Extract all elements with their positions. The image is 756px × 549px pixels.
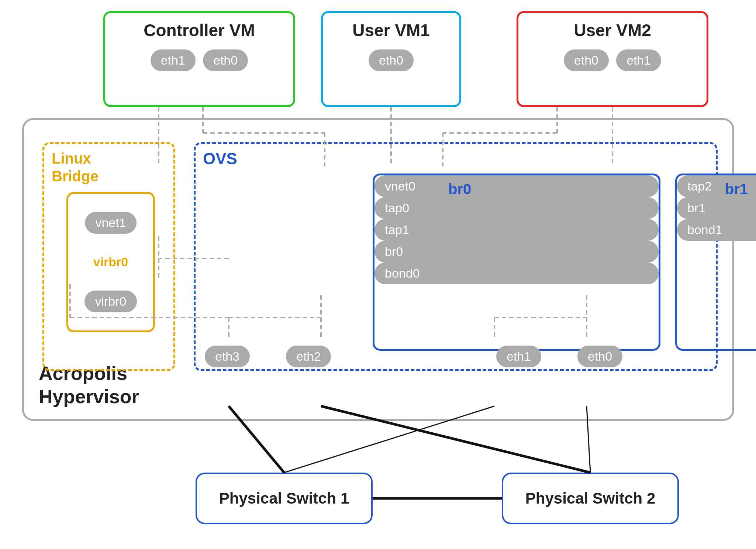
ovs-label: OVS <box>203 150 237 168</box>
tap1-port: tap1 <box>374 219 659 241</box>
controller-vm-ports: eth1 eth0 <box>151 49 248 71</box>
virbr0-port: virbr0 <box>84 291 137 312</box>
br1-port: br1 <box>677 197 756 219</box>
vnet1-port: vnet1 <box>85 212 136 234</box>
tap0-port: tap0 <box>374 197 659 219</box>
physical-switch-1-label: Physical Switch 1 <box>219 490 349 507</box>
virbr0-box: vnet1 virbr0 virbr0 <box>66 192 155 332</box>
diagram-container: Controller VM eth1 eth0 User VM1 eth0 Us… <box>0 0 756 549</box>
virbr0-label: virbr0 <box>93 255 128 269</box>
br1-label: br1 <box>725 181 748 198</box>
eth1-port: eth1 <box>496 346 541 367</box>
physical-switch-1-box: Physical Switch 1 <box>196 473 373 524</box>
user-vm2-box: User VM2 eth0 eth1 <box>517 11 708 107</box>
controller-eth1: eth1 <box>151 49 196 71</box>
vnet0-port: vnet0 <box>374 175 659 197</box>
physical-switch-2-box: Physical Switch 2 <box>502 473 679 524</box>
controller-eth0: eth0 <box>203 49 248 71</box>
user-vm1-title: User VM1 <box>352 20 430 40</box>
user-vm1-eth0: eth0 <box>369 49 414 71</box>
bond0-port: bond0 <box>374 263 659 284</box>
eth0-port: eth0 <box>577 346 622 367</box>
controller-vm-title: Controller VM <box>144 20 255 40</box>
user-vm2-ports: eth0 eth1 <box>564 49 661 71</box>
eth3-port: eth3 <box>205 346 250 367</box>
controller-vm-box: Controller VM eth1 eth0 <box>103 11 295 107</box>
linux-bridge-box: LinuxBridge vnet1 virbr0 virbr0 <box>42 142 175 371</box>
ovs-box: OVS br0 vnet0 tap0 tap1 br0 bond0 br1 ta… <box>194 142 718 371</box>
br1-solid-box: br1 tap2 br1 bond1 <box>675 174 756 351</box>
user-vm2-eth0: eth0 <box>564 49 609 71</box>
hypervisor-box: Acropolis Hypervisor LinuxBridge vnet1 v… <box>22 118 734 421</box>
br0-port: br0 <box>374 241 659 263</box>
br0-label: br0 <box>448 181 471 198</box>
user-vm1-box: User VM1 eth0 <box>321 11 461 107</box>
linux-bridge-label: LinuxBridge <box>52 150 99 185</box>
physical-switch-2-label: Physical Switch 2 <box>525 490 656 507</box>
user-vm2-title: User VM2 <box>574 20 651 40</box>
user-vm1-ports: eth0 <box>369 49 414 71</box>
eth2-port: eth2 <box>286 346 331 367</box>
bond1-port: bond1 <box>677 219 756 241</box>
user-vm2-eth1: eth1 <box>616 49 661 71</box>
br0-solid-box: br0 vnet0 tap0 tap1 br0 bond0 <box>373 174 660 351</box>
